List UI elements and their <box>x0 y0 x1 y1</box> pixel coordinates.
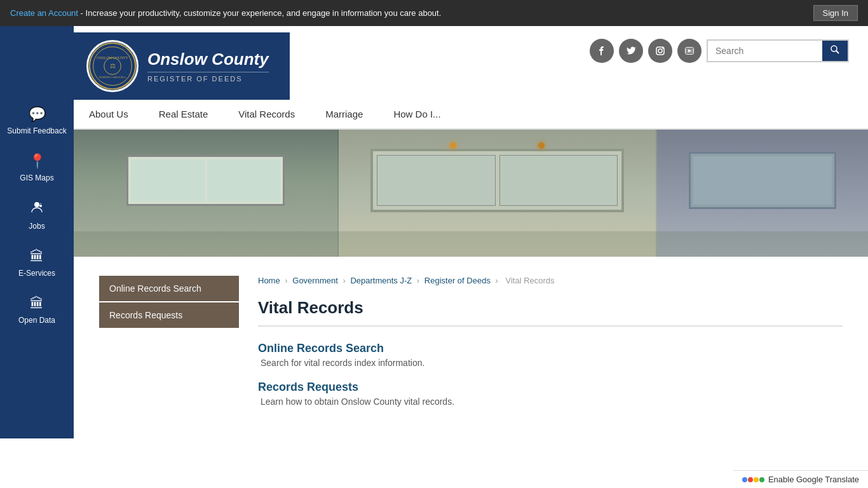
sidebar-item-label: Submit Feedback <box>7 126 66 135</box>
svg-text:⚖: ⚖ <box>110 62 116 69</box>
create-account-link[interactable]: Create an Account <box>10 8 78 18</box>
sidebar-item-e-services[interactable]: 🏛 E-Services <box>0 241 74 285</box>
svg-point-0 <box>34 202 39 207</box>
sidebar-item-label: GIS Maps <box>20 173 53 182</box>
sidebar-item-jobs[interactable]: Jobs <box>0 193 74 238</box>
breadcrumb: Home › Government › Departments J-Z › Re… <box>258 276 843 285</box>
hero-image <box>74 130 868 257</box>
search-input[interactable] <box>708 41 822 61</box>
sidebar-item-submit-feedback[interactable]: 💬 Submit Feedback <box>0 98 74 143</box>
search-box <box>707 39 849 62</box>
svg-text:NORTH CAROLINA: NORTH CAROLINA <box>99 76 126 79</box>
youtube-icon[interactable] <box>677 39 702 63</box>
sidebar-item-gis-maps[interactable]: 📍 GIS Maps <box>0 146 74 190</box>
breadcrumb-government[interactable]: Government <box>292 276 338 285</box>
map-icon: 📍 <box>29 153 46 170</box>
county-name: Onslow County <box>147 50 269 69</box>
records-requests-desc: Learn how to obtain Onslow County vital … <box>258 396 843 407</box>
page-title: Vital Records <box>258 298 843 327</box>
feedback-icon: 💬 <box>29 106 46 123</box>
main-content-section: Home › Government › Departments J-Z › Re… <box>258 276 843 419</box>
sidebar-item-label: E-Services <box>18 269 55 278</box>
jobs-icon <box>30 200 44 218</box>
breadcrumb-sep: › <box>496 276 498 285</box>
breadcrumb-sep: › <box>417 276 419 285</box>
facebook-icon[interactable] <box>590 39 614 63</box>
nav-marriage[interactable]: Marriage <box>310 100 378 128</box>
leftnav-online-records-search[interactable]: Online Records Search <box>99 276 239 301</box>
topbar-text: - Increase your productivity, customize … <box>81 8 442 18</box>
nav-how-do-i[interactable]: How Do I... <box>378 100 456 128</box>
open-data-icon: 🏛 <box>30 295 44 312</box>
search-button[interactable] <box>822 41 848 61</box>
sidebar-item-label: Open Data <box>18 316 55 325</box>
svg-point-11 <box>662 48 663 49</box>
sidebar-item-label: Jobs <box>29 222 44 231</box>
twitter-icon[interactable] <box>619 39 643 63</box>
sign-in-button[interactable]: Sign In <box>813 5 858 21</box>
online-records-search-desc: Search for vital records index informati… <box>258 358 843 368</box>
instagram-icon[interactable] <box>648 39 672 63</box>
nav-real-estate[interactable]: Real Estate <box>144 100 224 128</box>
sidebar-item-open-data[interactable]: 🏛 Open Data <box>0 288 74 332</box>
records-requests-link[interactable]: Records Requests <box>258 381 843 394</box>
svg-point-14 <box>831 46 837 51</box>
breadcrumb-home[interactable]: Home <box>258 276 280 285</box>
breadcrumb-departments[interactable]: Departments J-Z <box>350 276 412 285</box>
breadcrumb-current: Vital Records <box>505 276 554 285</box>
e-services-icon: 🏛 <box>30 248 44 265</box>
logo-subtitle: REGISTER OF DEEDS <box>147 72 269 83</box>
sidebar: 💬 Submit Feedback 📍 GIS Maps Jobs <box>0 26 74 438</box>
breadcrumb-register[interactable]: Register of Deeds <box>424 276 491 285</box>
breadcrumb-sep: › <box>342 276 345 285</box>
main-nav: About Us Real Estate Vital Records Marri… <box>74 100 868 130</box>
footer-bar[interactable]: Enable Google Translate <box>733 470 868 488</box>
left-nav: Online Records Search Records Requests <box>99 276 239 419</box>
google-translate-label[interactable]: Enable Google Translate <box>768 475 859 484</box>
google-translate-icon <box>742 477 764 482</box>
content-area: Online Records Search Records Requests H… <box>74 257 868 438</box>
top-bar: Create an Account - Increase your produc… <box>0 0 868 26</box>
svg-point-10 <box>658 49 662 53</box>
svg-point-1 <box>39 205 42 207</box>
online-records-search-link[interactable]: Online Records Search <box>258 342 843 355</box>
nav-about-us[interactable]: About Us <box>74 100 144 128</box>
nav-vital-records[interactable]: Vital Records <box>223 100 310 128</box>
breadcrumb-sep: › <box>285 276 287 285</box>
svg-line-15 <box>836 51 839 53</box>
leftnav-records-requests[interactable]: Records Requests <box>99 302 239 328</box>
